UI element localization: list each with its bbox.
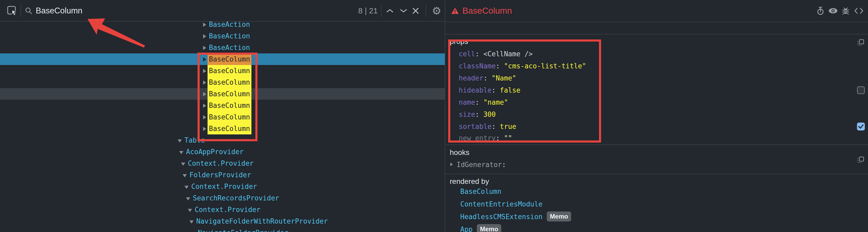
component-name: BaseColumn — [208, 123, 251, 135]
owner-name: App — [460, 225, 473, 232]
rendered-by-link[interactable]: AppMemo — [460, 223, 501, 232]
toolbar-divider — [21, 5, 21, 17]
prop-row-new-entry: new entry "" — [459, 132, 512, 144]
collapse-triangle-icon[interactable] — [203, 127, 206, 131]
rendered-by-link[interactable]: ContentEntriesModule — [460, 198, 542, 210]
tree-row[interactable]: BaseColumn — [0, 123, 445, 135]
prop-value[interactable]: "Name" — [492, 74, 516, 82]
previous-match-button[interactable] — [386, 0, 394, 22]
log-to-console-button[interactable] — [841, 0, 850, 22]
memo-badge: Memo — [547, 211, 571, 222]
prop-value[interactable]: false — [500, 86, 521, 94]
tree-row[interactable]: BaseAction — [0, 30, 445, 42]
tree-row-selected[interactable]: BaseColumn — [0, 53, 445, 65]
inspect-cursor-icon — [7, 5, 17, 16]
tree-row[interactable]: BaseColumn — [0, 77, 445, 88]
rendered-by-section-title: rendered by — [450, 177, 489, 186]
expand-triangle-icon[interactable] — [188, 209, 192, 212]
chevron-down-icon — [400, 9, 407, 13]
owner-name: BaseColumn — [460, 187, 501, 196]
search-input[interactable] — [35, 4, 337, 18]
tree-row[interactable]: Context.Provider — [0, 181, 445, 192]
checkmark-icon — [858, 123, 864, 130]
prop-key: size — [459, 111, 475, 118]
prop-row: name "name" — [459, 96, 508, 108]
tree-row[interactable]: FoldersProvider — [0, 169, 445, 181]
component-name: Context.Provider — [188, 157, 253, 169]
colon — [475, 50, 479, 58]
new-prop-value-input[interactable]: "" — [504, 134, 512, 142]
collapse-triangle-icon[interactable] — [203, 81, 206, 85]
section-divider — [446, 144, 868, 145]
prop-value[interactable]: "name" — [484, 98, 508, 106]
search-icon — [25, 0, 33, 22]
prop-key: name — [459, 98, 475, 106]
tree-row[interactable]: NavigateFolderProvider — [0, 227, 445, 232]
expand-triangle-icon[interactable] — [186, 197, 190, 200]
collapse-triangle-icon[interactable] — [203, 92, 206, 96]
prop-key: sortable — [459, 123, 492, 130]
collapse-triangle-icon[interactable] — [203, 34, 206, 38]
hideable-checkbox[interactable] — [857, 86, 865, 94]
clear-search-button[interactable] — [411, 0, 420, 22]
rendered-by-link[interactable]: BaseColumn — [460, 185, 501, 198]
component-name: FoldersProvider — [189, 169, 251, 181]
copy-props-button[interactable] — [857, 39, 864, 46]
tree-row[interactable]: Table — [0, 135, 445, 146]
expand-triangle-icon[interactable] — [189, 221, 194, 224]
tree-row[interactable]: Context.Provider — [0, 204, 445, 215]
prop-value[interactable]: true — [500, 123, 517, 130]
expand-triangle-icon[interactable] — [184, 186, 189, 189]
tree-row[interactable]: BaseAction — [0, 42, 445, 53]
chevron-up-icon — [386, 9, 393, 13]
collapse-triangle-icon[interactable] — [203, 23, 206, 27]
inspect-element-button[interactable] — [6, 0, 18, 22]
component-name: BaseColumn — [208, 53, 251, 65]
component-name: BaseAction — [209, 30, 250, 42]
colon — [496, 62, 500, 70]
settings-button[interactable]: ⚙ — [431, 0, 442, 22]
collapse-triangle-icon[interactable] — [203, 57, 206, 62]
colon — [484, 74, 488, 82]
expand-triangle-icon[interactable] — [181, 163, 185, 166]
inspected-element-panel: BaseColumn — [446, 0, 868, 232]
tree-toolbar: 8 | 21 ⚙ — [0, 0, 445, 22]
prop-value[interactable]: 300 — [484, 111, 496, 118]
view-source-button[interactable] — [854, 0, 864, 22]
code-brackets-icon — [854, 7, 864, 14]
component-name: BaseAction — [209, 42, 250, 53]
tree-row[interactable]: Context.Provider — [0, 157, 445, 169]
prop-row: className "cms-aco-list-title" — [459, 60, 586, 72]
expand-triangle-icon[interactable] — [178, 139, 182, 143]
memo-badge: Memo — [477, 224, 501, 232]
collapse-triangle-icon[interactable] — [450, 163, 453, 166]
tree-row[interactable]: BaseColumn — [0, 111, 445, 123]
sortable-checkbox[interactable] — [857, 123, 865, 130]
expand-triangle-icon[interactable] — [179, 151, 183, 154]
component-name: NavigateFolderWithRouterProvider — [196, 215, 328, 227]
rendered-by-link[interactable]: HeadlessCMSExtensionMemo — [460, 211, 571, 223]
tree-row[interactable]: AcoAppProvider — [0, 146, 445, 157]
expand-triangle-icon[interactable] — [183, 174, 187, 177]
inspect-dom-button[interactable] — [828, 0, 838, 22]
hooks-section-title: hooks — [450, 148, 469, 157]
collapse-triangle-icon[interactable] — [203, 46, 206, 50]
tree-row[interactable]: SearchRecordsProvider — [0, 192, 445, 204]
copy-hooks-button[interactable] — [857, 156, 864, 164]
tree-row[interactable]: NavigateFolderWithRouterProvider — [0, 215, 445, 227]
current-search-match: BaseColumn — [208, 53, 251, 65]
tree-row[interactable]: BaseColumn — [0, 65, 445, 77]
hook-row[interactable]: IdGenerator — [450, 159, 506, 170]
collapse-triangle-icon[interactable] — [203, 104, 206, 108]
collapse-triangle-icon[interactable] — [203, 115, 206, 119]
collapse-triangle-icon[interactable] — [203, 69, 206, 73]
prop-value[interactable]: <CellName /> — [484, 50, 533, 58]
suspense-toggle-button[interactable] — [816, 0, 825, 22]
react-devtools-components-panel: BaseAction BaseAction BaseAction BaseCol… — [0, 0, 868, 232]
prop-value[interactable]: "cms-aco-list-title" — [504, 62, 586, 70]
tree-row-hovered[interactable]: BaseColumn — [0, 88, 445, 100]
next-match-button[interactable] — [399, 0, 408, 22]
tree-row[interactable]: BaseColumn — [0, 100, 445, 111]
owner-name: ContentEntriesModule — [460, 200, 542, 208]
component-name: BaseColumn — [208, 111, 251, 123]
